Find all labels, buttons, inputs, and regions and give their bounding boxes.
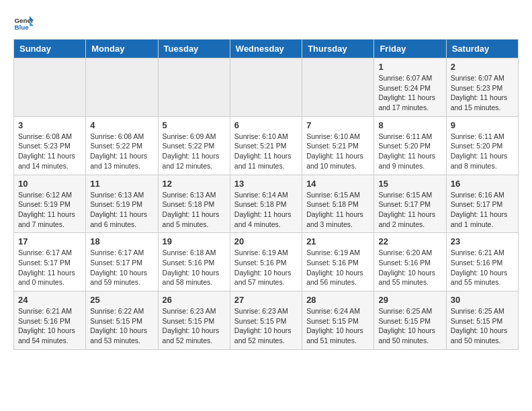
day-info: Sunrise: 6:17 AM Sunset: 5:17 PM Dayligh… [90, 248, 153, 287]
day-number: 5 [163, 120, 226, 130]
day-info: Sunrise: 6:13 AM Sunset: 5:19 PM Dayligh… [90, 190, 153, 230]
day-number: 4 [90, 120, 153, 130]
day-number: 6 [234, 120, 298, 130]
day-number: 27 [234, 295, 298, 305]
day-info: Sunrise: 6:16 AM Sunset: 5:17 PM Dayligh… [451, 190, 514, 230]
calendar-day-cell: 29Sunrise: 6:25 AM Sunset: 5:15 PM Dayli… [374, 291, 446, 350]
calendar-day-cell: 25Sunrise: 6:22 AM Sunset: 5:15 PM Dayli… [86, 291, 158, 350]
day-info: Sunrise: 6:17 AM Sunset: 5:17 PM Dayligh… [18, 248, 81, 287]
calendar-day-cell: 16Sunrise: 6:16 AM Sunset: 5:17 PM Dayli… [446, 175, 518, 233]
calendar-day-cell: 15Sunrise: 6:15 AM Sunset: 5:17 PM Dayli… [374, 175, 446, 233]
calendar-day-cell [302, 58, 374, 117]
calendar-header-monday: Monday [86, 40, 158, 58]
day-number: 20 [234, 236, 298, 246]
calendar-day-cell: 30Sunrise: 6:25 AM Sunset: 5:15 PM Dayli… [446, 291, 518, 350]
calendar-day-cell: 9Sunrise: 6:11 AM Sunset: 5:20 PM Daylig… [446, 116, 518, 175]
day-info: Sunrise: 6:13 AM Sunset: 5:18 PM Dayligh… [163, 190, 226, 230]
calendar-day-cell: 11Sunrise: 6:13 AM Sunset: 5:19 PM Dayli… [86, 175, 158, 233]
calendar-day-cell: 27Sunrise: 6:23 AM Sunset: 5:15 PM Dayli… [230, 291, 302, 350]
calendar-header-tuesday: Tuesday [158, 40, 230, 58]
day-info: Sunrise: 6:15 AM Sunset: 5:17 PM Dayligh… [378, 190, 441, 230]
calendar-header-saturday: Saturday [446, 40, 518, 58]
calendar-day-cell: 13Sunrise: 6:14 AM Sunset: 5:18 PM Dayli… [230, 175, 302, 233]
day-info: Sunrise: 6:22 AM Sunset: 5:15 PM Dayligh… [90, 306, 153, 346]
day-info: Sunrise: 6:08 AM Sunset: 5:23 PM Dayligh… [18, 132, 81, 171]
calendar-day-cell: 4Sunrise: 6:08 AM Sunset: 5:22 PM Daylig… [86, 116, 158, 175]
day-number: 10 [18, 179, 81, 189]
day-number: 17 [18, 236, 81, 246]
day-number: 24 [18, 295, 81, 305]
calendar-day-cell: 12Sunrise: 6:13 AM Sunset: 5:18 PM Dayli… [158, 175, 230, 233]
calendar-day-cell: 28Sunrise: 6:24 AM Sunset: 5:15 PM Dayli… [302, 291, 374, 350]
day-info: Sunrise: 6:11 AM Sunset: 5:20 PM Dayligh… [378, 132, 441, 171]
calendar-week-row: 1Sunrise: 6:07 AM Sunset: 5:24 PM Daylig… [14, 58, 519, 117]
calendar-day-cell: 6Sunrise: 6:10 AM Sunset: 5:21 PM Daylig… [230, 116, 302, 175]
day-number: 16 [451, 179, 514, 189]
day-number: 8 [378, 120, 441, 130]
calendar-day-cell: 18Sunrise: 6:17 AM Sunset: 5:17 PM Dayli… [86, 233, 158, 291]
day-number: 22 [378, 236, 441, 246]
day-number: 23 [451, 236, 514, 246]
day-info: Sunrise: 6:11 AM Sunset: 5:20 PM Dayligh… [451, 132, 514, 171]
calendar-day-cell: 22Sunrise: 6:20 AM Sunset: 5:16 PM Dayli… [374, 233, 446, 291]
day-info: Sunrise: 6:18 AM Sunset: 5:16 PM Dayligh… [163, 248, 226, 287]
page-header: General Blue [13, 13, 519, 34]
day-info: Sunrise: 6:21 AM Sunset: 5:16 PM Dayligh… [18, 306, 81, 346]
day-info: Sunrise: 6:21 AM Sunset: 5:16 PM Dayligh… [451, 248, 514, 287]
day-info: Sunrise: 6:10 AM Sunset: 5:21 PM Dayligh… [306, 132, 369, 171]
day-info: Sunrise: 6:14 AM Sunset: 5:18 PM Dayligh… [234, 190, 298, 230]
day-number: 19 [163, 236, 226, 246]
day-info: Sunrise: 6:09 AM Sunset: 5:22 PM Dayligh… [163, 132, 226, 171]
calendar-table: SundayMondayTuesdayWednesdayThursdayFrid… [13, 39, 519, 350]
calendar-day-cell: 5Sunrise: 6:09 AM Sunset: 5:22 PM Daylig… [158, 116, 230, 175]
calendar-week-row: 3Sunrise: 6:08 AM Sunset: 5:23 PM Daylig… [14, 116, 519, 175]
day-number: 7 [306, 120, 369, 130]
calendar-day-cell: 21Sunrise: 6:19 AM Sunset: 5:16 PM Dayli… [302, 233, 374, 291]
day-info: Sunrise: 6:08 AM Sunset: 5:22 PM Dayligh… [90, 132, 153, 171]
calendar-day-cell: 17Sunrise: 6:17 AM Sunset: 5:17 PM Dayli… [14, 233, 86, 291]
calendar-day-cell [14, 58, 86, 117]
day-info: Sunrise: 6:25 AM Sunset: 5:15 PM Dayligh… [378, 306, 441, 346]
calendar-week-row: 10Sunrise: 6:12 AM Sunset: 5:19 PM Dayli… [14, 175, 519, 233]
day-number: 13 [234, 179, 298, 189]
calendar-day-cell [230, 58, 302, 117]
day-number: 12 [163, 179, 226, 189]
calendar-day-cell: 8Sunrise: 6:11 AM Sunset: 5:20 PM Daylig… [374, 116, 446, 175]
day-info: Sunrise: 6:10 AM Sunset: 5:21 PM Dayligh… [234, 132, 298, 171]
day-info: Sunrise: 6:25 AM Sunset: 5:15 PM Dayligh… [451, 306, 514, 346]
day-info: Sunrise: 6:23 AM Sunset: 5:15 PM Dayligh… [163, 306, 226, 346]
day-info: Sunrise: 6:12 AM Sunset: 5:19 PM Dayligh… [18, 190, 81, 230]
day-number: 29 [378, 295, 441, 305]
day-info: Sunrise: 6:19 AM Sunset: 5:16 PM Dayligh… [234, 248, 298, 287]
day-number: 28 [306, 295, 369, 305]
day-number: 2 [451, 62, 514, 72]
calendar-day-cell: 1Sunrise: 6:07 AM Sunset: 5:24 PM Daylig… [374, 58, 446, 117]
day-info: Sunrise: 6:07 AM Sunset: 5:23 PM Dayligh… [451, 73, 514, 113]
calendar-header-thursday: Thursday [302, 40, 374, 58]
calendar-day-cell [86, 58, 158, 117]
calendar-day-cell: 23Sunrise: 6:21 AM Sunset: 5:16 PM Dayli… [446, 233, 518, 291]
day-info: Sunrise: 6:24 AM Sunset: 5:15 PM Dayligh… [306, 306, 369, 346]
day-number: 1 [378, 62, 441, 72]
day-number: 21 [306, 236, 369, 246]
logo-icon: General Blue [13, 13, 34, 34]
calendar-header-row: SundayMondayTuesdayWednesdayThursdayFrid… [14, 40, 519, 58]
day-info: Sunrise: 6:15 AM Sunset: 5:18 PM Dayligh… [306, 190, 369, 230]
calendar-day-cell: 19Sunrise: 6:18 AM Sunset: 5:16 PM Dayli… [158, 233, 230, 291]
calendar-header-friday: Friday [374, 40, 446, 58]
day-info: Sunrise: 6:07 AM Sunset: 5:24 PM Dayligh… [378, 73, 441, 113]
calendar-day-cell: 14Sunrise: 6:15 AM Sunset: 5:18 PM Dayli… [302, 175, 374, 233]
calendar-day-cell: 26Sunrise: 6:23 AM Sunset: 5:15 PM Dayli… [158, 291, 230, 350]
calendar-day-cell: 10Sunrise: 6:12 AM Sunset: 5:19 PM Dayli… [14, 175, 86, 233]
svg-text:Blue: Blue [15, 24, 30, 31]
day-number: 14 [306, 179, 369, 189]
day-number: 3 [18, 120, 81, 130]
calendar-header-wednesday: Wednesday [230, 40, 302, 58]
calendar-day-cell: 2Sunrise: 6:07 AM Sunset: 5:23 PM Daylig… [446, 58, 518, 117]
logo: General Blue [13, 13, 34, 34]
calendar-day-cell: 7Sunrise: 6:10 AM Sunset: 5:21 PM Daylig… [302, 116, 374, 175]
day-info: Sunrise: 6:20 AM Sunset: 5:16 PM Dayligh… [378, 248, 441, 287]
day-number: 18 [90, 236, 153, 246]
day-number: 26 [163, 295, 226, 305]
day-number: 25 [90, 295, 153, 305]
